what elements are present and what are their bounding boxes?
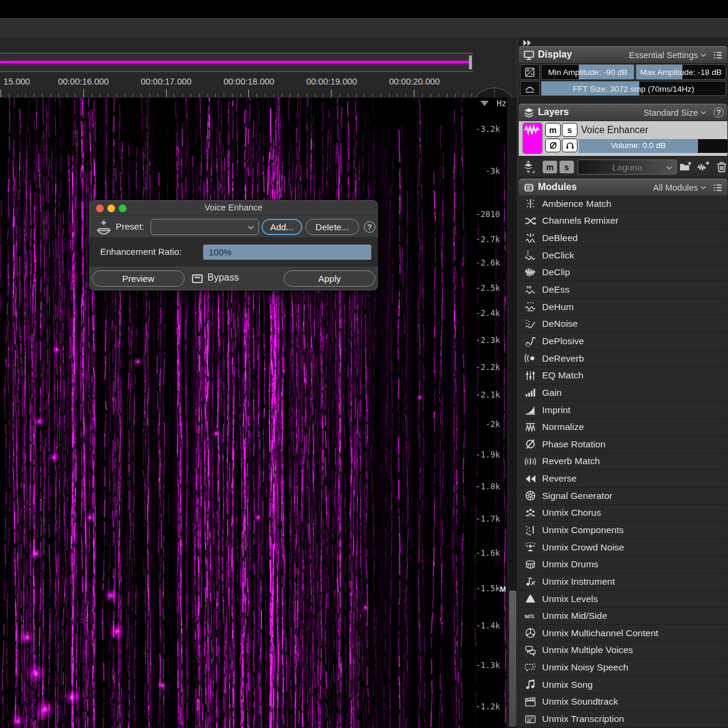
- layer-volume-slider[interactable]: Volume: 0.0 dB: [579, 139, 727, 153]
- modules-menu-icon[interactable]: [712, 182, 723, 193]
- layer-mute-button[interactable]: m: [545, 123, 561, 137]
- ruler-tick: [431, 94, 431, 97]
- spectrogram-canvas[interactable]: [0, 98, 507, 728]
- titlebar-strip: [0, 0, 728, 18]
- module-item[interactable]: Unmix Chorus: [519, 505, 727, 522]
- module-item[interactable]: DePlosive: [519, 333, 727, 350]
- module-item[interactable]: Imprint: [519, 402, 727, 419]
- module-item[interactable]: EQ Match: [519, 367, 727, 384]
- module-label: EQ Match: [542, 370, 583, 381]
- module-item[interactable]: Unmix Transcription: [519, 711, 727, 728]
- modules-filter-dropdown[interactable]: All Modules: [653, 183, 707, 192]
- layer-listen-button[interactable]: [562, 139, 577, 152]
- unmix-mid-side-icon: M/S: [524, 609, 537, 622]
- frequency-tick-label: -2k: [486, 419, 500, 429]
- apply-button[interactable]: Apply: [284, 270, 375, 287]
- new-layer-button[interactable]: [696, 160, 711, 174]
- timeline-ruler[interactable]: 15.00000:00:16.00000:00:17.00000:00:18.0…: [0, 37, 517, 98]
- track-select[interactable]: Laguna: [577, 160, 677, 175]
- module-item[interactable]: Unmix Levels: [519, 591, 727, 608]
- min-amplitude-slider[interactable]: Min Amplitude: -90 dB: [541, 64, 634, 80]
- ruler-tick: [315, 94, 315, 97]
- module-item[interactable]: Gain: [519, 384, 727, 402]
- module-label: Ambience Match: [542, 198, 611, 209]
- new-group-button[interactable]: [678, 160, 693, 174]
- module-label: Unmix Transcription: [542, 714, 624, 724]
- delete-preset-button[interactable]: Delete...: [305, 219, 359, 235]
- layers-size-dropdown[interactable]: Standard Size: [643, 108, 707, 118]
- module-item[interactable]: M/SUnmix Mid/Side: [519, 607, 727, 625]
- module-item[interactable]: Ambience Match: [519, 195, 727, 213]
- overview-scroll-cap[interactable]: [469, 55, 472, 70]
- track-solo-button[interactable]: s: [559, 160, 574, 174]
- unmix-crowd-noise-icon: [524, 541, 537, 554]
- timeline-label: 15.000: [4, 77, 30, 86]
- module-item[interactable]: DeBleed: [519, 230, 727, 247]
- module-item[interactable]: DeHum: [519, 299, 727, 316]
- layer-phase-button[interactable]: [545, 139, 561, 152]
- dialog-titlebar[interactable]: Voice Enhance: [89, 200, 378, 216]
- chevron-down-icon: [700, 109, 707, 116]
- preview-button[interactable]: Preview: [92, 270, 185, 287]
- ruler-tick: [248, 89, 249, 97]
- module-item[interactable]: Unmix Multiple Voices: [519, 642, 727, 660]
- delete-layer-button[interactable]: [714, 160, 728, 174]
- unmix-song-icon: [524, 678, 537, 691]
- ruler-tick: [356, 94, 357, 97]
- modules-panel-header[interactable]: Modules All Modules: [519, 179, 727, 195]
- module-item[interactable]: Unmix Noisy Speech: [519, 659, 727, 676]
- bypass-checkbox[interactable]: [191, 272, 204, 285]
- track-layers-icon[interactable]: [521, 160, 536, 174]
- module-item[interactable]: Unmix Song: [519, 676, 727, 694]
- module-item[interactable]: Unmix Soundtrack: [519, 694, 727, 711]
- collapse-panels-icon[interactable]: [522, 38, 534, 47]
- ruler-tick: [34, 94, 34, 97]
- module-item[interactable]: DeClick: [519, 247, 727, 264]
- module-item[interactable]: Unmix Components: [519, 522, 727, 539]
- waveform-overview[interactable]: [0, 53, 473, 72]
- module-item[interactable]: Signal Generator: [519, 488, 727, 505]
- dialog-help-button[interactable]: ?: [364, 221, 375, 233]
- frequency-tick-label: -1.9k: [476, 450, 500, 459]
- module-item[interactable]: Reverb Match: [519, 453, 727, 471]
- module-item[interactable]: Reverse: [519, 470, 727, 488]
- layer-thumbnail[interactable]: [522, 122, 543, 154]
- spectrogram-view[interactable]: -3.2k-3k-2810-2.7k-2.6k-2.5k-2.4k-2.3k-2…: [0, 98, 517, 728]
- module-item[interactable]: Unmix Multichannel Content: [519, 625, 727, 642]
- frequency-unit-dropdown-icon[interactable]: [480, 101, 489, 106]
- gain-icon: [524, 386, 537, 399]
- module-item[interactable]: Unmix Crowd Noise: [519, 539, 727, 556]
- module-item[interactable]: Unmix Drums: [519, 556, 727, 573]
- layer-row-selected[interactable]: m s Voice Enhancer Volume: 0.0 dB: [519, 121, 727, 156]
- voice-enhance-icon: [95, 219, 113, 237]
- track-mute-button[interactable]: m: [542, 160, 558, 174]
- module-item[interactable]: ssDeEss: [519, 281, 727, 299]
- module-item[interactable]: DeNoise: [519, 315, 727, 333]
- frequency-tick-label: -1.3k: [476, 660, 500, 670]
- frequency-tick-label: -1.2k: [476, 702, 500, 711]
- module-item[interactable]: Normalize: [519, 419, 727, 436]
- module-item[interactable]: Channels Remixer: [519, 213, 727, 230]
- add-preset-button[interactable]: Add...: [261, 219, 302, 235]
- vertical-scrollbar[interactable]: [507, 98, 517, 728]
- module-item[interactable]: Unmix Instrument: [519, 573, 727, 591]
- track-row[interactable]: m s Laguna: [518, 157, 728, 176]
- display-settings-dropdown[interactable]: Essential Settings: [629, 50, 707, 60]
- module-item[interactable]: DeReverb: [519, 350, 727, 368]
- layers-panel-header[interactable]: Layers Standard Size ?: [519, 104, 727, 121]
- ruler-tick: [232, 94, 233, 97]
- ruler-tick: [83, 89, 84, 97]
- max-amplitude-slider[interactable]: Max Amplitude: -18 dB: [636, 64, 726, 80]
- module-label: Unmix Instrument: [542, 576, 615, 587]
- enhancement-ratio-input[interactable]: 100%: [203, 245, 371, 260]
- ruler-tick: [158, 94, 158, 97]
- module-item[interactable]: Phase Rotation: [519, 436, 727, 453]
- preset-select[interactable]: [151, 219, 259, 235]
- display-panel-header[interactable]: Display Essential Settings: [519, 46, 727, 63]
- fft-size-slider[interactable]: FFT Size: 3072 smp (70ms/14Hz): [541, 81, 726, 96]
- layers-help-button[interactable]: ?: [714, 107, 724, 118]
- vertical-scrollbar-thumb[interactable]: [509, 591, 516, 727]
- display-menu-icon[interactable]: [712, 50, 723, 61]
- layer-solo-button[interactable]: s: [562, 123, 577, 137]
- module-item[interactable]: DeClip: [519, 264, 727, 282]
